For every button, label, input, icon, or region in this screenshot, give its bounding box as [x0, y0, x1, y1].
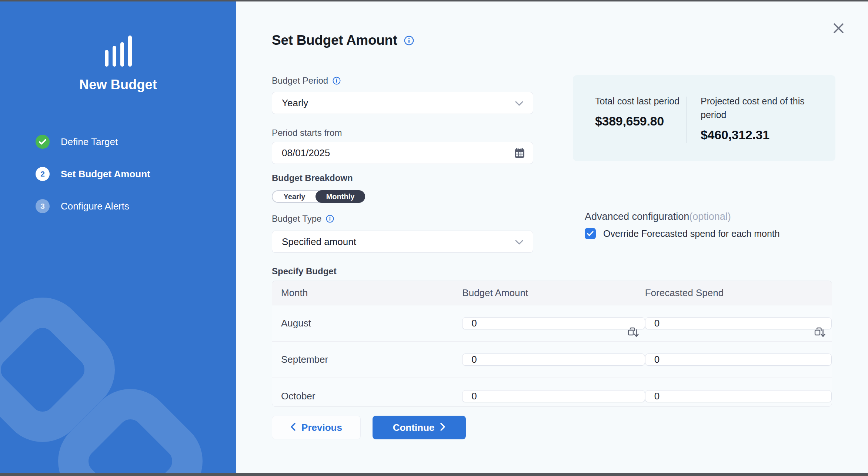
close-icon[interactable]	[830, 20, 847, 36]
app-logo-bars-icon	[0, 36, 236, 67]
budget-amount-input[interactable]	[462, 390, 645, 402]
set-budget-amount-panel: Set Budget Amount Budget Period Yearly P…	[236, 1, 868, 473]
budget-period-select[interactable]: Yearly	[272, 92, 533, 114]
budget-amount-input[interactable]	[462, 317, 645, 329]
total-cost-value: $389,659.80	[595, 114, 687, 128]
chevron-down-icon	[515, 97, 523, 109]
window-edge-bottom	[0, 473, 868, 476]
column-header-forecasted-spend: Forecasted Spend	[645, 287, 832, 299]
chevron-down-icon	[515, 236, 523, 248]
budget-amount-input[interactable]	[462, 353, 645, 366]
table-header-row: Month Budget Amount Forecasted Spend	[272, 281, 832, 305]
column-header-month: Month	[272, 287, 462, 299]
override-forecast-label: Override Forecasted spend for each month	[603, 228, 780, 239]
period-start-date-input[interactable]	[272, 142, 533, 164]
window-edge-top	[0, 0, 868, 1]
step-complete-check-icon	[36, 135, 50, 149]
total-cost-label: Total cost last period	[595, 94, 687, 108]
period-start-date-field	[272, 142, 533, 164]
budget-type-select[interactable]: Specified amount	[272, 231, 533, 253]
step-label: Set Budget Amount	[61, 168, 150, 180]
step-label: Define Target	[61, 136, 118, 148]
page-title: Set Budget Amount	[272, 33, 397, 48]
table-row: August	[272, 305, 832, 342]
wizard-sidebar: New Budget Define Target 2 Set Budget Am…	[0, 1, 236, 473]
step-set-budget-amount[interactable]: 2 Set Budget Amount	[36, 167, 150, 181]
info-icon[interactable]	[326, 215, 334, 223]
new-budget-wizard: New Budget Define Target 2 Set Budget Am…	[0, 0, 868, 476]
table-row: October	[272, 378, 832, 407]
budget-period-value: Yearly	[282, 97, 308, 109]
forecasted-spend-input[interactable]	[645, 390, 832, 402]
wizard-title: New Budget	[0, 77, 236, 93]
wizard-steps: Define Target 2 Set Budget Amount 3 Conf…	[36, 135, 150, 231]
step-number-badge: 2	[36, 167, 50, 181]
info-icon[interactable]	[333, 77, 341, 85]
month-cell: September	[272, 354, 462, 365]
projected-cost-value: $460,312.31	[701, 128, 823, 142]
budget-breakdown-toggle: Yearly Monthly	[272, 190, 365, 203]
previous-button[interactable]: Previous	[272, 416, 361, 439]
month-cell: August	[272, 318, 462, 329]
cost-summary-card: Total cost last period $389,659.80 Proje…	[573, 75, 835, 161]
copy-down-icon[interactable]	[814, 327, 826, 340]
chevron-right-icon	[440, 422, 445, 433]
toggle-option-monthly[interactable]: Monthly	[316, 190, 365, 203]
step-number-badge: 3	[36, 199, 50, 213]
brand-watermark	[0, 253, 236, 473]
continue-button-label: Continue	[393, 422, 435, 433]
column-header-budget-amount: Budget Amount	[462, 287, 645, 299]
budget-type-label: Budget Type	[272, 214, 321, 224]
continue-button[interactable]: Continue	[373, 416, 466, 439]
info-icon[interactable]	[404, 36, 414, 46]
forecasted-spend-input[interactable]	[645, 317, 832, 329]
step-configure-alerts[interactable]: 3 Configure Alerts	[36, 199, 150, 213]
period-starts-from-label: Period starts from	[272, 128, 342, 138]
toggle-option-yearly[interactable]: Yearly	[273, 191, 316, 202]
copy-down-icon[interactable]	[627, 327, 639, 340]
projected-cost-label: Projected cost end of this period	[701, 94, 823, 122]
calendar-icon[interactable]	[513, 147, 526, 161]
specify-budget-label: Specify Budget	[272, 266, 337, 276]
budget-period-label: Budget Period	[272, 76, 328, 86]
previous-button-label: Previous	[301, 422, 342, 433]
advanced-configuration-title: Advanced configuration(optional)	[585, 211, 731, 222]
chevron-left-icon	[290, 422, 296, 433]
forecasted-spend-input[interactable]	[645, 353, 832, 366]
step-define-target[interactable]: Define Target	[36, 135, 150, 149]
table-row: September	[272, 342, 832, 378]
specify-budget-table: Month Budget Amount Forecasted Spend Aug…	[272, 281, 832, 407]
budget-type-value: Specified amount	[282, 236, 356, 248]
checkbox-checked-icon[interactable]	[585, 228, 596, 239]
month-cell: October	[272, 390, 462, 402]
override-forecast-option[interactable]: Override Forecasted spend for each month	[585, 228, 780, 239]
step-label: Configure Alerts	[61, 201, 129, 212]
budget-breakdown-label: Budget Breakdown	[272, 173, 353, 183]
